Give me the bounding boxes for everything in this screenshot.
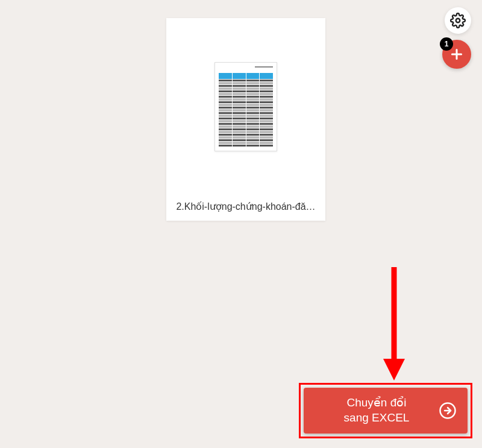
file-card[interactable]: 2.Khối-lượng-chứng-khoán-đă… [166, 18, 325, 221]
arrow-right-circle-icon [439, 402, 457, 420]
convert-button-label: Chuyển đổisang EXCEL [315, 396, 439, 425]
gear-icon [450, 13, 466, 28]
convert-button[interactable]: Chuyển đổisang EXCEL [304, 388, 468, 434]
svg-point-0 [456, 19, 460, 23]
svg-marker-4 [383, 359, 405, 380]
arrow-down-annotation [381, 267, 407, 380]
file-thumbnail [166, 18, 325, 195]
plus-icon [449, 46, 465, 62]
add-button[interactable]: 1 [442, 40, 471, 69]
settings-button[interactable] [445, 7, 471, 34]
file-name-label: 2.Khối-lượng-chứng-khoán-đă… [166, 195, 325, 221]
convert-highlight-box: Chuyển đổisang EXCEL [299, 383, 472, 438]
add-badge: 1 [440, 37, 453, 51]
